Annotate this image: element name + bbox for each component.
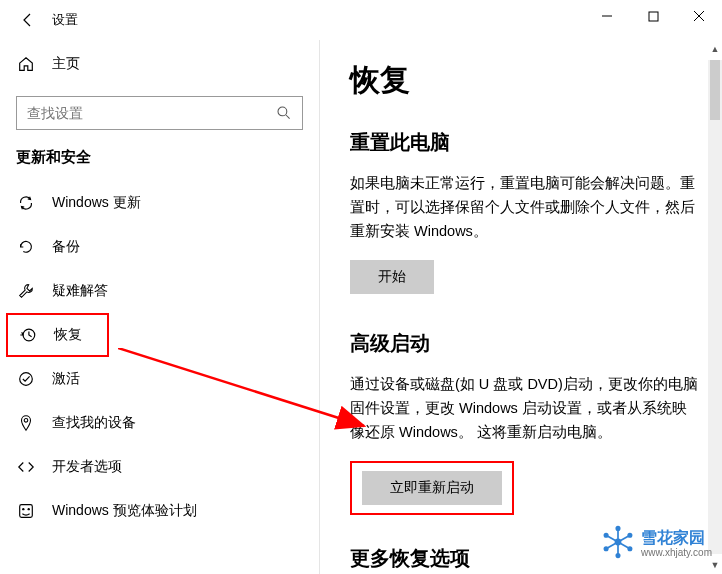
reset-start-button[interactable]: 开始 bbox=[350, 260, 434, 294]
svg-rect-1 bbox=[649, 12, 658, 21]
sidebar-item-label: 恢复 bbox=[54, 326, 82, 344]
section-heading-reset: 重置此电脑 bbox=[350, 129, 698, 156]
window-title: 设置 bbox=[48, 11, 78, 29]
sidebar-item-find-my-device[interactable]: 查找我的设备 bbox=[0, 401, 319, 445]
window-titlebar: 设置 bbox=[0, 0, 722, 40]
sidebar-item-developer[interactable]: 开发者选项 bbox=[0, 445, 319, 489]
scroll-up-arrow[interactable]: ▲ bbox=[708, 40, 722, 58]
restart-now-button[interactable]: 立即重新启动 bbox=[362, 471, 502, 505]
svg-point-6 bbox=[24, 419, 28, 423]
svg-point-18 bbox=[604, 547, 607, 550]
annotation-highlight-restart: 立即重新启动 bbox=[350, 461, 514, 515]
sidebar-home[interactable]: 主页 bbox=[0, 44, 319, 84]
sidebar-section-title: 更新和安全 bbox=[0, 148, 319, 181]
close-button[interactable] bbox=[676, 0, 722, 32]
sidebar-item-label: 开发者选项 bbox=[52, 458, 122, 476]
svg-point-14 bbox=[616, 527, 619, 530]
svg-point-8 bbox=[22, 508, 24, 510]
search-input[interactable] bbox=[25, 104, 274, 122]
minimize-button[interactable] bbox=[584, 0, 630, 32]
sidebar-home-label: 主页 bbox=[52, 55, 80, 73]
backup-icon bbox=[16, 237, 36, 257]
check-circle-icon bbox=[16, 369, 36, 389]
sidebar-item-insider[interactable]: Windows 预览体验计划 bbox=[0, 489, 319, 533]
wrench-icon bbox=[16, 281, 36, 301]
scrollbar-track[interactable] bbox=[708, 60, 722, 554]
svg-line-3 bbox=[286, 115, 290, 119]
sidebar-item-activation[interactable]: 激活 bbox=[0, 357, 319, 401]
scrollbar-thumb[interactable] bbox=[710, 60, 720, 120]
sidebar-item-label: 疑难解答 bbox=[52, 282, 108, 300]
insider-icon bbox=[16, 501, 36, 521]
sidebar-item-label: Windows 更新 bbox=[52, 194, 141, 212]
watermark: 雪花家园 www.xhjaty.com bbox=[601, 525, 712, 562]
sidebar-item-windows-update[interactable]: Windows 更新 bbox=[0, 181, 319, 225]
section-body-advanced: 通过设备或磁盘(如 U 盘或 DVD)启动，更改你的电脑固件设置，更改 Wind… bbox=[350, 373, 698, 445]
sidebar-item-recovery[interactable]: 恢复 bbox=[8, 315, 107, 355]
content-pane: 恢复 重置此电脑 如果电脑未正常运行，重置电脑可能会解决问题。重置时，可以选择保… bbox=[320, 40, 722, 574]
content-scrollbar[interactable]: ▲ ▼ bbox=[708, 40, 722, 574]
sidebar-item-troubleshoot[interactable]: 疑难解答 bbox=[0, 269, 319, 313]
maximize-button[interactable] bbox=[630, 0, 676, 32]
section-body-reset: 如果电脑未正常运行，重置电脑可能会解决问题。重置时，可以选择保留个人文件或删除个… bbox=[350, 172, 698, 244]
search-box[interactable] bbox=[16, 96, 303, 130]
home-icon bbox=[16, 54, 36, 74]
svg-point-2 bbox=[278, 107, 287, 116]
svg-point-20 bbox=[615, 539, 620, 544]
location-icon bbox=[16, 413, 36, 433]
section-heading-advanced: 高级启动 bbox=[350, 330, 698, 357]
search-icon bbox=[274, 103, 294, 123]
back-button[interactable] bbox=[8, 0, 48, 40]
sidebar-item-label: 查找我的设备 bbox=[52, 414, 136, 432]
svg-point-9 bbox=[28, 508, 30, 510]
svg-point-17 bbox=[628, 547, 631, 550]
watermark-name: 雪花家园 bbox=[641, 529, 712, 547]
snowflake-icon bbox=[601, 525, 635, 562]
sidebar-item-label: 激活 bbox=[52, 370, 80, 388]
page-title: 恢复 bbox=[350, 60, 698, 101]
annotation-highlight-recovery: 恢复 bbox=[6, 313, 109, 357]
svg-point-5 bbox=[20, 373, 33, 386]
sidebar: 主页 更新和安全 Windows 更新 备份 疑难解答 bbox=[0, 40, 320, 574]
svg-point-16 bbox=[604, 534, 607, 537]
sync-icon bbox=[16, 193, 36, 213]
watermark-url: www.xhjaty.com bbox=[641, 547, 712, 558]
sidebar-item-backup[interactable]: 备份 bbox=[0, 225, 319, 269]
sidebar-item-label: 备份 bbox=[52, 238, 80, 256]
code-icon bbox=[16, 457, 36, 477]
sidebar-item-label: Windows 预览体验计划 bbox=[52, 502, 197, 520]
history-icon bbox=[18, 325, 38, 345]
svg-point-15 bbox=[616, 554, 619, 557]
svg-point-19 bbox=[628, 534, 631, 537]
